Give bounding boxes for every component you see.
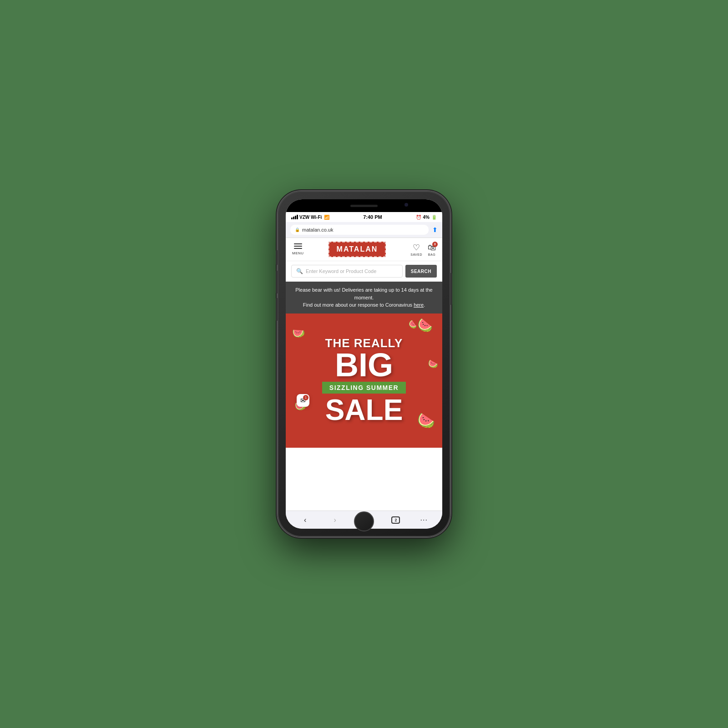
power-button [450,273,452,305]
notice-text: Please bear with us! Deliveries are taki… [293,286,435,309]
lock-icon: 🔒 [295,228,300,232]
saved-button[interactable]: ♡ SAVED [410,243,422,256]
url-text: matalan.co.uk [302,227,333,233]
notice-period: . [424,302,425,308]
alarm-icon: ⏰ [416,215,421,220]
time-display: 7:40 PM [363,214,382,220]
search-bar: 🔍 Enter Keyword or Product Code SEARCH [286,261,442,282]
menu-line-3 [294,248,302,249]
site-nav: MENU MATALAN ♡ SAVED 🛍 [286,238,442,261]
notice-banner: Please bear with us! Deliveries are taki… [286,282,442,313]
search-icon: 🔍 [296,268,303,274]
watermelon-decoration-5: 🍉 [427,359,438,369]
phone-device: VZW Wi-Fi 📶 7:40 PM ⏰ 4% 🔋 🔒 matalan.co.… [278,191,450,537]
watermelon-decoration-1: 🍉 [415,316,435,335]
wifi-icon: 📶 [324,215,329,220]
url-input[interactable]: 🔒 matalan.co.uk [290,225,429,235]
signal-bars [291,215,298,219]
signal-bar-4 [297,215,298,219]
battery-percent: 4% [423,215,430,220]
volume-down-button [276,298,278,321]
search-input-wrapper[interactable]: 🔍 Enter Keyword or Product Code [291,265,403,278]
menu-label: MENU [292,251,304,255]
site-logo[interactable]: MATALAN [329,242,386,257]
browser-forward-button[interactable]: › [330,514,340,526]
saved-label: SAVED [410,253,422,256]
heart-icon: ♡ [413,243,420,253]
status-left: VZW Wi-Fi 📶 [291,215,329,220]
bag-badge: 0 [432,242,438,247]
watermelon-decoration-2: 🍉 [291,325,306,341]
watermelon-decoration-3: 🍉 [416,410,437,430]
hero-line-3: SIZZLING SUMMER [322,382,406,394]
screen: VZW Wi-Fi 📶 7:40 PM ⏰ 4% 🔋 🔒 matalan.co.… [286,199,442,529]
signal-bar-3 [295,216,296,219]
search-button[interactable]: SEARCH [405,265,437,278]
website-content: MENU MATALAN ♡ SAVED 🛍 [286,238,442,511]
menu-button[interactable]: MENU [292,243,304,255]
volume-up-button [276,271,278,293]
bag-button[interactable]: 🛍 0 BAG [428,243,436,256]
signal-bar-2 [293,217,294,219]
logo-text: MATALAN [337,245,378,253]
search-placeholder: Enter Keyword or Product Code [306,268,376,274]
signal-bar-1 [291,217,293,219]
browser-more-button[interactable]: ··· [420,516,428,524]
browser-url-bar: 🔒 matalan.co.uk ⬆ [286,222,442,238]
status-right: ⏰ 4% 🔋 [416,215,437,220]
menu-line-2 [294,246,302,247]
mail-badge: 1 [303,395,308,400]
phone-shell: VZW Wi-Fi 📶 7:40 PM ⏰ 4% 🔋 🔒 matalan.co.… [278,191,450,537]
menu-line-1 [294,243,302,244]
share-button[interactable]: ⬆ [432,226,438,233]
hero-line-4: SALE [322,395,406,425]
browser-back-button[interactable]: ‹ [300,514,310,526]
notice-link[interactable]: here [414,302,424,308]
notice-main-text: Please bear with us! Deliveries are taki… [295,287,432,308]
speaker [350,205,378,207]
mail-notification[interactable]: ✉ 1 [297,394,309,407]
nav-right-icons: ♡ SAVED 🛍 0 BAG [410,243,436,256]
front-camera [404,203,408,207]
hero-content: THE REALLY BIG SIZZLING SUMMER SALE [322,336,406,425]
battery-icon: 🔋 [431,215,437,220]
hero-line-2: BIG [322,350,406,380]
browser-tabs-button[interactable]: 2 [391,516,400,524]
home-button[interactable] [354,511,374,531]
hero-banner: 🍉 🍉 🍉 🍉 🍉 🍉 THE REALLY BIG SIZZLING SUMM… [286,313,442,448]
bag-label: BAG [428,253,435,256]
status-bar: VZW Wi-Fi 📶 7:40 PM ⏰ 4% 🔋 [286,212,442,222]
carrier-label: VZW Wi-Fi [299,215,322,220]
mute-button [276,250,278,265]
notch-area [286,199,442,212]
